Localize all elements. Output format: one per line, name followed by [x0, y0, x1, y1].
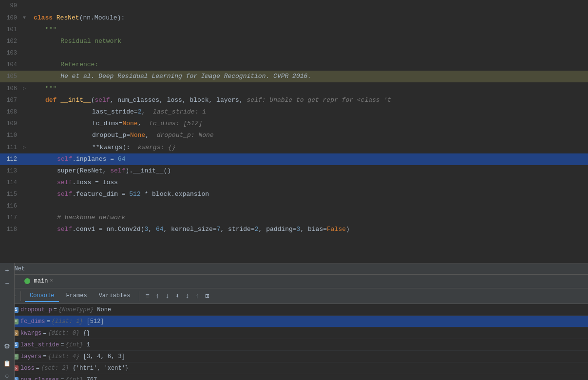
tab-variables[interactable]: Variables	[94, 290, 135, 302]
line-number: 115	[0, 189, 22, 200]
separator	[20, 291, 21, 301]
table-row: 106 ▷ """	[0, 82, 588, 95]
var-value: [512]	[87, 318, 104, 325]
gutter	[22, 189, 32, 200]
code-line: self.feature_dim = 512 * block.expansion	[32, 189, 588, 200]
code-line: dropout_p=None, dropout_p: None	[32, 130, 588, 141]
icon-circle[interactable]: ○	[5, 372, 9, 380]
gutter	[22, 95, 32, 106]
line-number: 104	[0, 59, 22, 71]
gutter	[22, 71, 32, 82]
session-tab-close[interactable]: ×	[50, 278, 53, 284]
code-line: super(ResNet, self).__init__()	[32, 165, 588, 177]
code-line: He et al. Deep Residual Learning for Ima…	[32, 71, 588, 82]
icon-minus[interactable]: −	[5, 280, 9, 287]
gutter	[22, 118, 32, 130]
var-value: 767	[87, 377, 97, 380]
var-eq: =	[60, 377, 64, 380]
var-type: {list: 1}	[52, 318, 87, 325]
code-line: def __init__(self, num_classes, loss, bl…	[32, 95, 588, 106]
table-row: 118 self.conv1 = nn.Conv2d(3, 64, kernel…	[0, 224, 588, 235]
icon-add[interactable]: +	[5, 267, 9, 275]
var-row-dropout_p[interactable]: ▶ oi dropout_p = {NoneType} None	[0, 304, 588, 316]
tab-console[interactable]: Console	[25, 290, 59, 302]
session-green-dot	[24, 278, 30, 284]
gutter	[22, 200, 32, 212]
table-row: 108 last_stride=2, last_stride: 1	[0, 106, 588, 118]
line-number: 117	[0, 212, 22, 224]
toolbar-btn-menu[interactable]: ≡	[143, 291, 151, 301]
gutter	[22, 36, 32, 47]
main-session-tab[interactable]: main ×	[19, 276, 58, 287]
table-row: 101 """	[0, 24, 588, 36]
editor-breadcrumb: ResNet	[0, 263, 588, 274]
separator	[139, 291, 139, 301]
var-type: {set: 2}	[41, 365, 73, 372]
toolbar-btn-step-down[interactable]: ⬇	[173, 291, 181, 301]
var-name: dropout_p	[20, 306, 52, 313]
var-row-loss[interactable]: ▶ {} loss = {set: 2} {'htri', 'xent'}	[0, 362, 588, 374]
gutter	[22, 47, 32, 59]
table-row: 105 He et al. Deep Residual Learning for…	[0, 71, 588, 82]
line-number: 111	[0, 141, 22, 153]
gutter	[22, 130, 32, 141]
gutter	[22, 212, 32, 224]
var-type: {int}	[65, 377, 86, 380]
var-name: layers	[20, 353, 41, 360]
icon-settings[interactable]: ⚙	[4, 341, 10, 351]
code-line: class ResNet(nn.Module):	[32, 12, 588, 24]
var-name: kwargs	[20, 330, 41, 337]
table-row: 113 super(ResNet, self).__init__()	[0, 165, 588, 177]
table-row: 112 self.inplanes = 64	[0, 153, 588, 165]
gutter: ▷	[22, 82, 32, 95]
fold-icon[interactable]: ▷	[23, 145, 26, 150]
var-row-layers[interactable]: ▶ := layers = {list: 4} [3, 4, 6, 3]	[0, 351, 588, 362]
var-row-last_stride[interactable]: ▶ oi last_stride = {int} 1	[0, 339, 588, 351]
toolbar-btn-step-up[interactable]: ↑	[193, 291, 201, 301]
var-name: last_stride	[20, 342, 59, 348]
gutter	[22, 165, 32, 177]
fold-icon[interactable]: ▼	[23, 15, 26, 20]
var-eq: =	[54, 306, 57, 313]
var-row-fc_dims[interactable]: ▶ := fc_dims = {list: 1} [512]	[0, 316, 588, 327]
var-value: {}	[83, 330, 90, 337]
table-row: 102 Residual network	[0, 36, 588, 47]
table-row: 104 Reference:	[0, 59, 588, 71]
var-eq: =	[60, 342, 64, 348]
code-line	[32, 200, 588, 212]
code-line: Residual network	[32, 36, 588, 47]
line-number: 99	[0, 0, 22, 12]
toolbar-btn-up[interactable]: ↑	[153, 291, 161, 301]
line-number: 106	[0, 82, 22, 95]
toolbar-btn-table[interactable]: ⊞	[203, 291, 211, 301]
toolbar-btn-down[interactable]: ↓	[163, 291, 171, 301]
line-number: 113	[0, 165, 22, 177]
table-row: 99	[0, 0, 588, 12]
var-row-num_classes[interactable]: ▶ oi num_classes = {int} 767	[0, 374, 588, 380]
gutter	[22, 24, 32, 36]
var-value: None	[97, 306, 111, 313]
line-number: 114	[0, 177, 22, 189]
var-type: {int}	[65, 342, 86, 348]
console-toolbar: + − Console Frames Variables ≡ ↑ ↓ ⬇ ↕ ↑…	[0, 288, 588, 304]
table-row: 114 self.loss = loss	[0, 177, 588, 189]
fold-icon[interactable]: ▷	[23, 86, 26, 91]
var-row-kwargs[interactable]: ▶ {} kwargs = {dict: 0} {}	[0, 327, 588, 339]
toolbar-btn-step-over[interactable]: ↕	[183, 291, 191, 301]
line-number: 103	[0, 47, 22, 59]
icon-console[interactable]: 📋	[3, 360, 11, 367]
table-row: 103	[0, 47, 588, 59]
code-line: """	[32, 82, 588, 95]
var-value: [3, 4, 6, 3]	[83, 353, 125, 360]
tab-frames[interactable]: Frames	[61, 290, 92, 302]
code-line: # backbone network	[32, 212, 588, 224]
line-number: 108	[0, 106, 22, 118]
code-editor: 99 100 ▼ class ResNet(nn.Module): 101 ""…	[0, 0, 588, 263]
gutter	[22, 0, 32, 12]
code-line: self.conv1 = nn.Conv2d(3, 64, kernel_siz…	[32, 224, 588, 235]
code-line: self.inplanes = 64	[32, 153, 588, 165]
bottom-panel: ug: main × + − Console Frames Variables …	[0, 274, 588, 380]
var-type: {NoneType}	[58, 306, 97, 313]
var-name: fc_dims	[20, 318, 45, 325]
code-line	[32, 47, 588, 59]
